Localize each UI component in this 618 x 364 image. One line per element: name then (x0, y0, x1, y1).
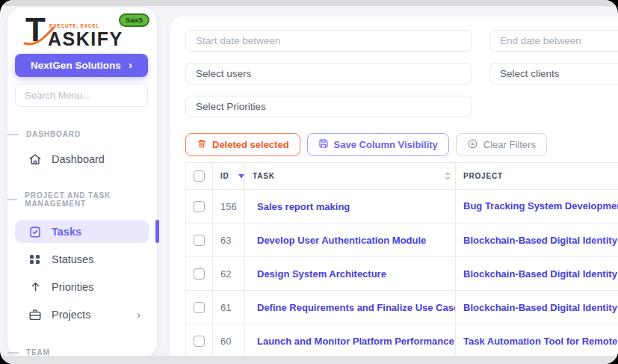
sort-desc-icon (238, 174, 244, 179)
task-id: 60 (213, 324, 245, 358)
sidebar: T EXECUTE, EXCEL SaaS ASKIFY NextGen Sol… (7, 7, 157, 357)
column-label: ID (220, 172, 229, 180)
menu-search-input[interactable] (15, 84, 148, 107)
sidebar-item-label: Priorities (52, 281, 93, 293)
row-checkbox[interactable] (194, 201, 205, 212)
sidebar-item-projects[interactable]: Projects › (15, 303, 149, 326)
logo-wordmark: ASKIFY (48, 28, 123, 50)
column-label: TASK (253, 172, 275, 180)
save-column-visibility-label: Save Column Visibility (334, 139, 438, 150)
section-dash (7, 134, 19, 135)
task-id: 61 (213, 291, 245, 324)
sidebar-item-label: Projects (52, 309, 90, 321)
row-checkbox[interactable] (194, 235, 205, 246)
section-title: PROJECT AND TASK MANAGEMENT (25, 191, 157, 208)
select-priorities-dropdown[interactable]: Select Priorities (185, 96, 472, 117)
sidebar-item-label: Statuses (52, 253, 93, 265)
sidebar-item-dashboard[interactable]: Dashboard (15, 147, 149, 170)
column-header-id[interactable]: ID (213, 163, 245, 190)
task-id: 156 (213, 190, 245, 223)
table-row: 156 Sales report making Bug Tracking Sys… (186, 190, 618, 223)
start-date-filter-input[interactable] (185, 30, 472, 52)
sidebar-item-priorities[interactable]: Priorities (15, 275, 149, 298)
chevron-right-icon: › (137, 309, 140, 321)
sidebar-nav: DASHBOARD Dashboard PROJECT AND TASK MAN… (7, 112, 157, 357)
briefcase-icon (28, 308, 42, 321)
active-indicator-bar (155, 220, 159, 243)
filters-panel: Select users Select clients Select Prior… (185, 30, 618, 117)
task-check-icon (28, 225, 42, 238)
clear-filters-label: Clear Filters (483, 139, 536, 150)
task-link[interactable]: Design System Architecture (257, 268, 386, 280)
table-header-row: ID TASK PROJECT (186, 163, 618, 190)
select-clients-dropdown[interactable]: Select clients (489, 63, 618, 84)
delete-selected-button[interactable]: Deleted selected (185, 133, 300, 156)
sidebar-item-statuses[interactable]: Statuses (15, 247, 149, 271)
save-icon (318, 138, 329, 151)
section-title: DASHBOARD (26, 130, 81, 138)
table-row: 60 Launch and Monitor Platform Performan… (186, 324, 618, 358)
nav-section-project-task: PROJECT AND TASK MANAGEMENT (7, 191, 157, 208)
project-link[interactable]: Task Automation Tool for Remote Teams (463, 336, 618, 347)
nav-section-dashboard: DASHBOARD (7, 130, 157, 138)
save-column-visibility-button[interactable]: Save Column Visibility (307, 133, 449, 156)
grid-dots-icon (28, 253, 42, 266)
logo-tagline: EXECUTE, EXCEL (49, 23, 99, 28)
end-date-filter-input[interactable] (489, 30, 618, 52)
chevron-right-icon: › (129, 58, 132, 71)
saas-badge: SaaS (119, 13, 149, 27)
table-row: 63 Develop User Authentication Module Bl… (186, 223, 618, 257)
task-id: 63 (213, 223, 245, 257)
taskify-logo: T EXECUTE, EXCEL SaaS ASKIFY (25, 16, 139, 52)
project-link[interactable]: Blockchain-Based Digital Identity System (463, 268, 618, 280)
select-users-dropdown[interactable]: Select users (185, 63, 472, 84)
task-id: 62 (213, 257, 245, 291)
task-link[interactable]: Sales report making (257, 201, 350, 212)
task-link[interactable]: Launch and Monitor Platform Performance (257, 336, 454, 347)
arrow-up-icon (28, 280, 42, 294)
column-header-project[interactable]: PROJECT (456, 163, 618, 190)
row-checkbox[interactable] (194, 302, 205, 313)
main-content: Select users Select clients Select Prior… (170, 16, 618, 357)
window-bottom-strip (0, 356, 618, 364)
column-header-task[interactable]: TASK (245, 163, 456, 190)
row-checkbox[interactable] (194, 268, 205, 280)
tasks-table: ID TASK PROJECT (185, 162, 618, 358)
trash-icon (197, 138, 207, 151)
project-link[interactable]: Bug Tracking System Development (463, 200, 618, 212)
window-top-strip (0, 0, 618, 6)
workspace-button-label: NextGen Solutions (31, 60, 121, 71)
clear-filters-button[interactable]: Clear Filters (456, 133, 547, 156)
sidebar-item-label: Dashboard (52, 153, 105, 165)
row-checkbox[interactable] (194, 336, 205, 347)
circle-x-icon (467, 138, 478, 152)
delete-selected-label: Deleted selected (212, 139, 289, 150)
project-link[interactable]: Blockchain-Based Digital Identity System (463, 235, 618, 246)
task-link[interactable]: Define Requirements and Finalize Use Cas… (257, 302, 456, 313)
table-row: 61 Define Requirements and Finalize Use … (186, 291, 618, 324)
app-screen: T EXECUTE, EXCEL SaaS ASKIFY NextGen Sol… (0, 0, 618, 364)
workspace-button[interactable]: NextGen Solutions › (15, 54, 148, 77)
home-icon (28, 152, 42, 166)
task-link[interactable]: Develop User Authentication Module (257, 235, 426, 246)
project-link[interactable]: Blockchain-Based Digital Identity System (463, 302, 618, 313)
sidebar-item-label: Tasks (52, 226, 81, 238)
section-dash (7, 352, 19, 354)
sort-toggle-icon (445, 172, 451, 180)
column-label: PROJECT (463, 172, 503, 180)
section-dash (7, 199, 17, 200)
table-actions: Deleted selected Save Column Visibility (185, 133, 618, 156)
sidebar-item-tasks[interactable]: Tasks (15, 220, 149, 243)
select-all-checkbox[interactable] (194, 170, 205, 182)
table-row: 62 Design System Architecture Blockchain… (186, 257, 618, 291)
